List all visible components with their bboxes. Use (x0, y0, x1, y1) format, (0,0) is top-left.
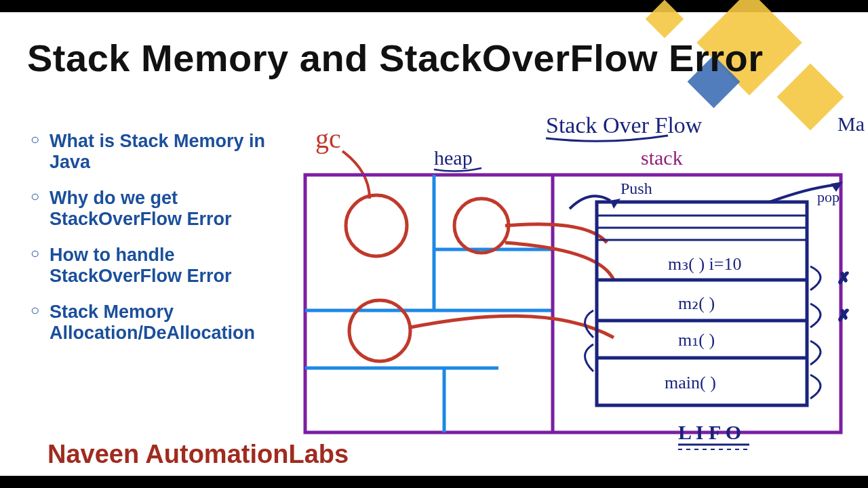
pop-label: pop (817, 188, 840, 205)
bullet-item: Stack Memory Allocation/DeAllocation (31, 302, 288, 344)
heap-objects (346, 195, 614, 361)
lifo-label: L I F O (678, 421, 741, 443)
slide: Stack Memory and StackOverFlow Error Wha… (0, 12, 868, 476)
page-title: Stack Memory and StackOverFlow Error (27, 36, 854, 80)
bullet-item: Why do we get StackOverFlow Error (31, 188, 288, 230)
stack-return-curls: ✗ ✗ (810, 266, 850, 399)
svg-text:✗: ✗ (837, 270, 850, 287)
whiteboard-sketch: Stack Over Flow gc heap stack Ma (302, 107, 865, 460)
heap-label: heap (434, 146, 473, 169)
bullet-list: What is Stack Memory in Java Why do we g… (31, 131, 288, 359)
bullet-item: How to handle StackOverFlow Error (31, 245, 288, 287)
svg-point-6 (454, 199, 509, 253)
memory-box (305, 175, 841, 432)
stack-frame-label: m₁( ) (678, 330, 715, 350)
push-label: Push (620, 180, 652, 197)
svg-point-5 (346, 195, 407, 256)
stack-structure: m₃( ) i=10 m₂( ) m₁( ) main( ) Push pop (570, 180, 850, 405)
heap-partitions (305, 175, 553, 432)
stack-left-curls (585, 310, 594, 371)
gc-label: gc (315, 123, 341, 154)
edge-label: Ma (837, 113, 865, 135)
svg-text:✗: ✗ (837, 307, 850, 324)
stack-label: stack (641, 146, 683, 169)
sketch-title: Stack Over Flow (546, 113, 703, 138)
stack-frame-label: m₃( ) i=10 (668, 254, 741, 274)
bullet-item: What is Stack Memory in Java (31, 131, 288, 173)
decor-diamond (646, 0, 684, 38)
stack-frame-label: main( ) (665, 373, 716, 392)
stack-frame-label: m₂( ) (678, 293, 715, 313)
